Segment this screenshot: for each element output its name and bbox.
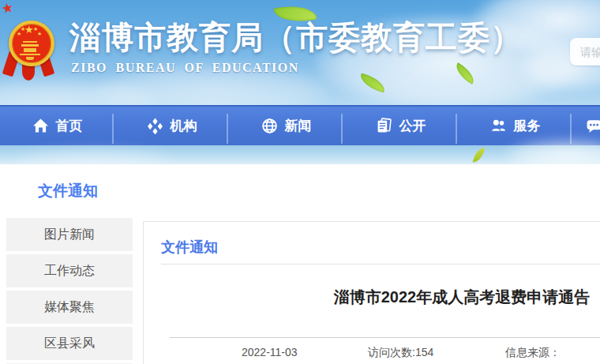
- nav-item-label: 新闻: [285, 117, 312, 135]
- sidebar-item-work-updates[interactable]: 工作动态: [6, 254, 133, 287]
- article-title: 淄博市2022年成人高考退费申请通告: [144, 287, 600, 308]
- header-sky-strip: [0, 145, 600, 164]
- sidebar-item-label: 媒体聚焦: [44, 299, 95, 316]
- sidebar-item-picture-news[interactable]: 图片新闻: [6, 218, 133, 251]
- divider: [161, 264, 600, 265]
- sidebar-item-media-focus[interactable]: 媒体聚焦: [6, 291, 133, 324]
- site-title: 淄博市教育局（市委教育工委）: [69, 16, 523, 59]
- nav-item-home[interactable]: 首页: [0, 107, 114, 145]
- nav-item-label: 公开: [399, 117, 426, 135]
- article-date: 2022-11-03: [242, 346, 298, 358]
- cloud-decor: [16, 147, 174, 171]
- site-subtitle: ZIBO BUREAU OF EDUCATION: [71, 61, 299, 75]
- home-icon: [32, 118, 49, 134]
- national-emblem-logo: ★ ★ ★ ★ ★: [6, 14, 57, 87]
- article-visit-count: 访问次数:154: [368, 346, 433, 360]
- divider: [170, 337, 600, 338]
- site-header: ★ ★ ★ ★ ★ ★ 淄博市教育局（市委教育工委） ZIBO BUREAU O…: [0, 0, 600, 105]
- content-panel: 文件通知 淄博市2022年成人高考退费申请通告 2022-11-03 访问次数:…: [143, 221, 600, 364]
- org-icon: [147, 118, 163, 134]
- nav-item-label: 机构: [171, 117, 197, 135]
- main-nav: 首页 机构 新闻 公开: [0, 105, 600, 145]
- users-icon: [490, 118, 507, 134]
- nav-separator: [341, 114, 343, 144]
- leaf-decor: [473, 146, 486, 164]
- sidebar-item-label: 区县采风: [44, 336, 95, 352]
- sidebar-section-title: 文件通知: [38, 181, 98, 201]
- article-source-label: 信息来源：: [505, 346, 561, 360]
- search-input[interactable]: [570, 38, 600, 66]
- nav-item-public[interactable]: 公开: [343, 107, 458, 145]
- chat-icon: [586, 118, 600, 134]
- sidebar-item-label: 图片新闻: [44, 227, 95, 243]
- nav-item-org[interactable]: 机构: [114, 107, 229, 145]
- nav-separator: [112, 114, 114, 144]
- globe-icon: [261, 118, 278, 134]
- nav-item-label: 服务: [514, 117, 541, 135]
- nav-item-news[interactable]: 新闻: [229, 107, 343, 145]
- panel-section-title: 文件通知: [161, 238, 218, 257]
- documents-icon: [376, 118, 392, 134]
- nav-item-label: 首页: [56, 117, 83, 135]
- nav-separator: [456, 114, 457, 144]
- sidebar-item-district-style[interactable]: 区县采风: [6, 327, 133, 360]
- nav-separator: [227, 114, 228, 144]
- sidebar-item-label: 工作动态: [44, 263, 95, 280]
